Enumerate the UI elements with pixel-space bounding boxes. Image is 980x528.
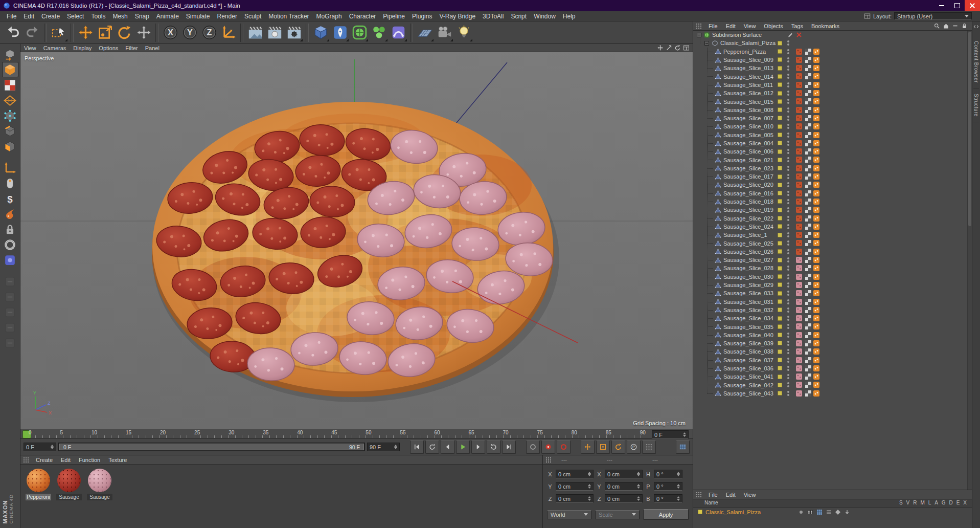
enabled-state-chip[interactable] xyxy=(778,366,782,370)
visibility-dots-icon[interactable] xyxy=(787,232,789,237)
extra-tool-2-button[interactable] xyxy=(2,289,18,304)
material-preview-sphere[interactable] xyxy=(27,469,50,492)
viewport-menu-cameras[interactable]: Cameras xyxy=(40,45,70,51)
pizza-model[interactable] xyxy=(20,52,693,429)
enabled-state-chip[interactable] xyxy=(778,41,782,46)
enabled-state-chip[interactable] xyxy=(778,166,782,170)
uvw-tag-icon[interactable] xyxy=(805,232,811,238)
object-row[interactable]: Sausage_Slice_028 xyxy=(693,264,972,272)
phong-tag-icon[interactable] xyxy=(813,65,819,71)
visibility-dots-icon[interactable] xyxy=(787,65,789,71)
render-view-button[interactable] xyxy=(245,23,265,42)
uvw-tag-icon[interactable] xyxy=(805,207,811,213)
points-mode-button[interactable] xyxy=(2,108,18,123)
visibility-dots-icon[interactable] xyxy=(787,99,789,104)
stepper-icon[interactable] xyxy=(635,484,640,489)
uvw-tag-icon[interactable] xyxy=(805,249,811,255)
object-row[interactable]: Sausage_Slice_033 xyxy=(693,289,972,297)
coordinate-space-dropdown[interactable]: World xyxy=(547,510,591,519)
visibility-dots-icon[interactable] xyxy=(787,282,789,288)
phong-tag-icon[interactable] xyxy=(813,140,819,146)
live-selection-button[interactable] xyxy=(49,23,69,42)
uvw-tag-icon[interactable] xyxy=(805,140,811,146)
viewport-menu-filter[interactable]: Filter xyxy=(122,45,141,51)
visibility-dots-icon[interactable] xyxy=(787,299,789,304)
stepper-icon[interactable] xyxy=(635,472,640,476)
uvw-tag-icon[interactable] xyxy=(805,115,811,121)
rec-scale-button[interactable] xyxy=(596,441,610,454)
object-row[interactable]: Sausage_Slice_023 xyxy=(693,164,972,172)
enabled-state-chip[interactable] xyxy=(778,107,782,112)
texture-tag-icon[interactable] xyxy=(796,357,802,363)
enabled-state-chip[interactable] xyxy=(778,99,782,104)
uvw-tag-icon[interactable] xyxy=(805,373,811,380)
enabled-state-chip[interactable] xyxy=(778,49,782,54)
enable-render-icon[interactable] xyxy=(796,32,802,38)
enabled-state-chip[interactable] xyxy=(778,307,782,312)
uvw-tag-icon[interactable] xyxy=(805,315,811,321)
next-frame-button[interactable] xyxy=(471,441,485,454)
rec-parameter-button[interactable]: P xyxy=(627,441,641,454)
stepper-icon[interactable] xyxy=(586,496,591,501)
object-row[interactable]: Sausage_Slice_004 xyxy=(693,139,972,147)
object-row[interactable]: Sausage_Slice_032 xyxy=(693,306,972,314)
enabled-state-chip[interactable] xyxy=(778,158,782,162)
menu-v-ray-bridge[interactable]: V-Ray Bridge xyxy=(436,13,479,20)
panel-layout-button[interactable] xyxy=(676,441,690,454)
goto-start-button[interactable] xyxy=(410,441,424,454)
uvw-tag-icon[interactable] xyxy=(805,390,811,397)
enabled-state-chip[interactable] xyxy=(778,249,782,254)
panel-handle-icon[interactable] xyxy=(696,492,702,497)
uvw-tag-icon[interactable] xyxy=(805,274,811,280)
visibility-dots-icon[interactable] xyxy=(787,207,789,212)
phong-tag-icon[interactable] xyxy=(813,182,819,188)
enabled-state-chip[interactable] xyxy=(778,116,782,120)
texture-tag-icon[interactable] xyxy=(796,315,802,321)
render-picture-viewer-button[interactable] xyxy=(265,23,284,42)
home-icon[interactable] xyxy=(943,23,949,29)
texture-tag-icon[interactable] xyxy=(796,98,802,104)
visibility-dots-icon[interactable] xyxy=(787,107,789,113)
object-row[interactable]: Sausage_Slice_016 xyxy=(693,189,972,197)
uvw-tag-icon[interactable] xyxy=(805,365,811,371)
object-row[interactable]: Sausage_Slice_026 xyxy=(693,248,972,256)
view-toggle-icon[interactable] xyxy=(807,509,813,515)
material-menu-create[interactable]: Create xyxy=(32,457,57,463)
manager-toggle-icon[interactable] xyxy=(826,509,832,515)
material-menu-function[interactable]: Function xyxy=(75,457,104,463)
enabled-state-chip[interactable] xyxy=(778,349,782,354)
visibility-dots-icon[interactable] xyxy=(787,333,789,338)
object-row[interactable]: Sausage_Slice_017 xyxy=(693,172,972,181)
phong-tag-icon[interactable] xyxy=(813,232,819,238)
prev-frame-button[interactable] xyxy=(441,441,454,454)
primitive-cube-button[interactable] xyxy=(311,23,330,42)
floor-button[interactable] xyxy=(415,23,435,42)
visibility-dots-icon[interactable] xyxy=(787,57,789,62)
object-row[interactable]: Classic_Salami_Pizza xyxy=(693,39,972,47)
texture-tag-icon[interactable] xyxy=(796,348,802,355)
visibility-dots-icon[interactable] xyxy=(787,191,789,196)
stepper-icon[interactable] xyxy=(675,472,680,476)
uvw-tag-icon[interactable] xyxy=(805,348,811,355)
visibility-dots-icon[interactable] xyxy=(787,291,789,296)
object-row[interactable]: Sausage_Slice_043 xyxy=(693,389,972,398)
solo-toggle-icon[interactable] xyxy=(798,509,804,515)
phong-tag-icon[interactable] xyxy=(813,382,819,388)
visibility-dots-icon[interactable] xyxy=(787,374,789,379)
texture-tag-icon[interactable] xyxy=(796,382,802,388)
texture-tag-icon[interactable] xyxy=(796,199,802,205)
menu-help[interactable]: Help xyxy=(559,13,579,20)
texture-tag-icon[interactable] xyxy=(796,365,802,371)
uvw-tag-icon[interactable] xyxy=(805,73,811,79)
object-row[interactable]: Sausage_Slice_1 xyxy=(693,231,972,239)
visibility-dots-icon[interactable] xyxy=(787,257,789,262)
uvw-tag-icon[interactable] xyxy=(805,199,811,205)
phong-tag-icon[interactable] xyxy=(813,373,819,380)
phong-tag-icon[interactable] xyxy=(813,249,819,255)
enabled-state-chip[interactable] xyxy=(778,91,782,96)
phong-tag-icon[interactable] xyxy=(813,190,819,196)
object-row[interactable]: Subdivision Surface xyxy=(693,31,972,39)
enabled-state-chip[interactable] xyxy=(778,333,782,337)
phong-tag-icon[interactable] xyxy=(813,224,819,230)
position-field[interactable]: 0 cm xyxy=(556,494,594,503)
